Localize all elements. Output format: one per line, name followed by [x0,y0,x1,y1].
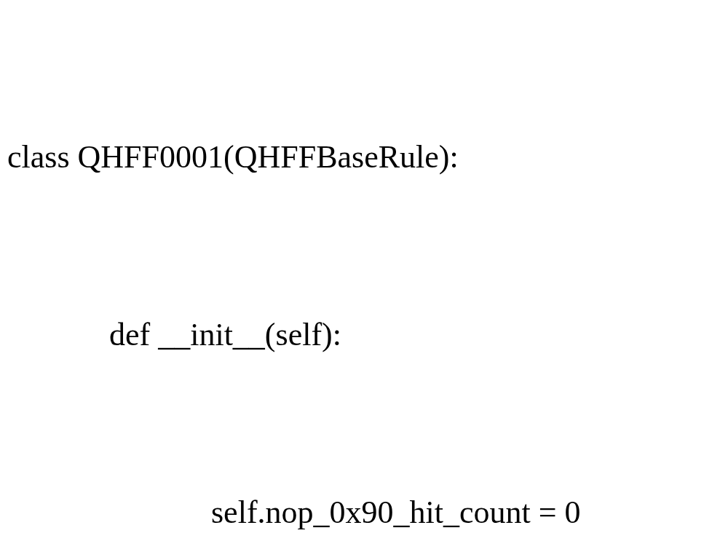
code-line: def __init__(self): [7,305,721,364]
code-line: self.nop_0x90_hit_count = 0 [7,483,721,542]
code-line: class QHFF0001(QHFFBaseRule): [7,127,721,186]
code-snippet: class QHFF0001(QHFFBaseRule): def __init… [7,9,721,560]
